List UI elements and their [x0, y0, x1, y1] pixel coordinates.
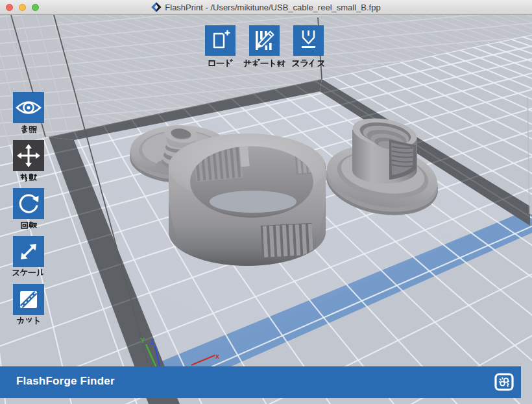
svg-text:x: x — [215, 352, 220, 360]
svg-text:Y: Y — [140, 337, 145, 344]
svg-text:Z: Z — [150, 338, 154, 346]
